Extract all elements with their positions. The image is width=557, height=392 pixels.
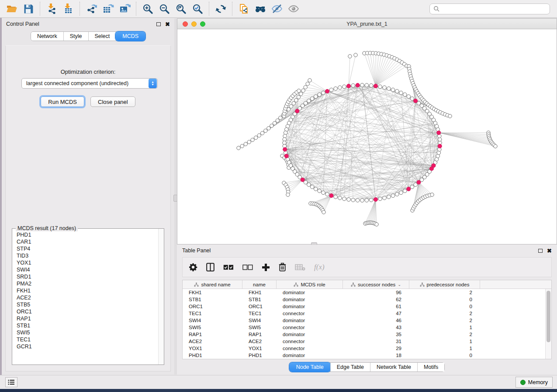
network-titlebar[interactable]: YPA_prune.txt_1 <box>177 19 557 29</box>
mcds-tab-content: Optimization criterion: largest connecte… <box>5 45 171 371</box>
zoom-selected-icon <box>192 3 204 15</box>
zoom-fit-button[interactable] <box>173 1 189 17</box>
float-table-panel-icon[interactable] <box>538 249 543 253</box>
cell-MCDS-role: dominator <box>277 317 343 324</box>
delete-column-button[interactable] <box>279 261 286 274</box>
desktop-wallpaper <box>0 389 557 392</box>
save-session-button[interactable] <box>20 1 37 17</box>
tab-motifs[interactable]: Motifs <box>417 363 444 371</box>
zoom-fit-icon <box>175 3 187 15</box>
import-network-button[interactable] <box>43 1 60 17</box>
zoom-out-button[interactable] <box>156 1 173 17</box>
search-input[interactable] <box>429 3 550 14</box>
memory-button[interactable]: Memory <box>515 377 553 388</box>
control-panel: Control Panel ✖ NetworkStyleSelectMCDS O… <box>2 18 174 375</box>
cell-successor-nodes: 43 <box>343 324 409 331</box>
control-panel-tabbar: NetworkStyleSelectMCDS <box>31 31 145 41</box>
column-header-successor-nodes[interactable]: successor nodes⌄ <box>343 280 409 289</box>
table-row[interactable]: SWI5SWI5connector431 <box>183 324 545 331</box>
float-panel-icon[interactable] <box>156 22 161 26</box>
table-row[interactable]: TEC1TEC1connector472 <box>183 310 545 317</box>
table-row[interactable]: ORC1ORC1dominator610 <box>183 303 545 310</box>
result-node-item[interactable]: SWI4 <box>13 266 158 273</box>
open-session-button[interactable] <box>3 1 20 17</box>
hide-selected-button[interactable] <box>269 1 285 17</box>
run-mcds-button[interactable]: Run MCDS <box>41 96 84 107</box>
task-history-button[interactable] <box>5 377 17 387</box>
import-table-button[interactable] <box>60 1 76 17</box>
search-binoculars-button[interactable] <box>252 1 269 17</box>
column-view-button[interactable] <box>206 261 214 274</box>
table-scrollbar-thumb[interactable] <box>547 291 550 342</box>
result-node-item[interactable]: ACE2 <box>13 294 158 301</box>
result-node-item[interactable]: RAP1 <box>13 315 158 322</box>
clone-network-button[interactable] <box>235 1 252 17</box>
cell-MCDS-role: connector <box>277 310 343 317</box>
result-node-item[interactable]: PHD1 <box>13 231 158 238</box>
add-column-button[interactable] <box>262 261 270 274</box>
cell-name: SWI5 <box>242 324 277 331</box>
table-row[interactable]: ACE2ACE2connector311 <box>183 338 545 345</box>
result-node-item[interactable]: CAR1 <box>13 238 158 245</box>
result-node-item[interactable]: STP4 <box>13 245 158 252</box>
column-header-shared-name[interactable]: shared name <box>183 280 242 289</box>
refresh-icon <box>215 3 227 15</box>
cell-successor-nodes: 35 <box>343 331 409 338</box>
cell-name: ORC1 <box>242 303 277 310</box>
column-header-predecessor-nodes[interactable]: predecessor nodes <box>409 280 480 289</box>
show-all-button[interactable] <box>285 1 302 17</box>
table-row[interactable]: PHD1PHD1dominator180 <box>183 352 545 359</box>
cell-name: YOX1 <box>242 345 277 352</box>
close-panel-icon[interactable]: ✖ <box>165 21 170 27</box>
cell-name: TEC1 <box>242 310 277 317</box>
close-table-panel-icon[interactable]: ✖ <box>547 248 552 254</box>
result-node-item[interactable]: FKH1 <box>13 287 158 294</box>
result-node-item[interactable]: GCR1 <box>13 343 158 350</box>
table-row[interactable]: SWI4SWI4dominator462 <box>183 317 545 324</box>
select-all-button[interactable] <box>223 261 234 274</box>
table-scrollbar[interactable] <box>545 289 551 359</box>
tab-edge-table[interactable]: Edge Table <box>330 363 370 371</box>
tab-node-table[interactable]: Node Table <box>289 362 331 372</box>
export-image-button[interactable] <box>116 1 133 17</box>
result-node-item[interactable]: PMA2 <box>13 280 158 287</box>
export-table-button[interactable] <box>100 1 116 17</box>
status-bar: Memory <box>0 375 557 389</box>
result-node-item[interactable]: ORC1 <box>13 308 158 315</box>
refresh-view-button[interactable] <box>212 1 229 17</box>
result-node-item[interactable]: STB5 <box>13 301 158 308</box>
unselect-all-button[interactable] <box>242 261 253 274</box>
column-header-MCDS-role[interactable]: MCDS role <box>277 280 343 289</box>
close-panel-button[interactable]: Close panel <box>90 96 135 107</box>
zoom-in-button[interactable] <box>139 1 156 17</box>
result-node-item[interactable]: YOX1 <box>13 259 158 266</box>
cell-predecessor-nodes: 2 <box>409 331 480 338</box>
result-node-item[interactable]: SWI5 <box>13 329 158 336</box>
cell-MCDS-role: connector <box>277 338 343 345</box>
table-row[interactable]: FKH1FKH1dominator962 <box>183 289 545 296</box>
tab-select[interactable]: Select <box>88 32 116 41</box>
memory-status-icon <box>520 380 526 385</box>
criterion-dropdown[interactable]: largest connected component (undirected)… <box>21 78 158 89</box>
tab-network[interactable]: Network <box>31 32 63 41</box>
table-row[interactable]: YOX1YOX1connector291 <box>183 345 545 352</box>
cell-predecessor-nodes: 0 <box>409 352 480 359</box>
table-tabbar: Node TableEdge TableNetwork TableMotifs <box>289 362 445 372</box>
result-node-item[interactable]: TEC1 <box>13 336 158 343</box>
tab-mcds[interactable]: MCDS <box>115 31 145 41</box>
export-network-button[interactable] <box>83 1 100 17</box>
table-settings-button[interactable] <box>189 261 197 274</box>
network-canvas[interactable] <box>177 29 557 244</box>
table-row[interactable]: RAP1RAP1dominator352 <box>183 331 545 338</box>
tab-style[interactable]: Style <box>63 32 88 41</box>
result-node-item[interactable]: STB1 <box>13 322 158 329</box>
tab-network-table[interactable]: Network Table <box>370 363 417 371</box>
table-row[interactable]: STB1STB1dominator620 <box>183 296 545 303</box>
column-header-name[interactable]: name <box>242 280 277 289</box>
result-node-item[interactable]: TID3 <box>13 252 158 259</box>
result-node-item[interactable]: SRD1 <box>13 273 158 280</box>
result-scrollbar[interactable] <box>158 229 164 364</box>
zoom-selected-button[interactable] <box>189 1 206 17</box>
eye-slash-icon <box>271 3 283 15</box>
cell-predecessor-nodes: 1 <box>409 338 480 345</box>
